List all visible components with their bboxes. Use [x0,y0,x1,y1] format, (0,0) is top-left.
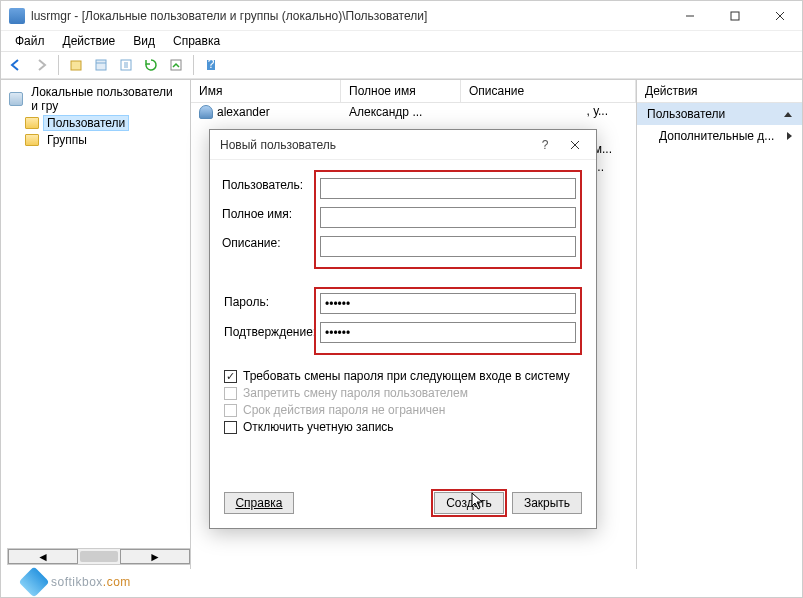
collapse-icon [784,112,792,117]
menu-view[interactable]: Вид [125,32,163,50]
tree-root[interactable]: Локальные пользователи и гру [3,84,188,114]
label-desc: Описание: [222,236,281,250]
checkbox-icon [224,421,237,434]
col-desc[interactable]: Описание [461,80,636,102]
partial-text: , у... [587,104,608,118]
tree-scrollbar[interactable]: ◄ ► [7,548,191,565]
folder-icon [25,117,39,129]
label-password: Пароль: [224,295,269,309]
menu-file[interactable]: Файл [7,32,53,50]
dialog-help-icon[interactable]: ? [530,133,560,157]
input-confirm[interactable] [320,322,576,343]
window-title: lusrmgr - [Локальные пользователи и груп… [31,9,667,23]
actions-more[interactable]: Дополнительные д... [637,125,802,147]
dialog-titlebar: Новый пользователь ? [210,130,596,160]
close-button[interactable]: Закрыть [512,492,582,514]
input-password[interactable] [320,293,576,314]
toolbar: ? [1,51,802,79]
actions-pane: Действия Пользователи Дополнительные д..… [637,80,802,569]
menu-bar: Файл Действие Вид Справка [1,31,802,51]
svg-text:?: ? [208,58,215,71]
create-button[interactable]: Создать [434,492,504,514]
refresh-icon[interactable] [140,54,162,76]
col-name[interactable]: Имя [191,80,341,102]
export-icon[interactable] [115,54,137,76]
chk-cantchange: Запретить смену пароля пользователем [224,386,582,400]
svg-rect-1 [731,12,739,20]
highlight-box-1 [314,170,582,269]
label-fullname: Полное имя: [222,207,292,221]
tree-users[interactable]: Пользователи [3,114,188,132]
minimize-button[interactable] [667,1,712,31]
tree-groups[interactable]: Группы [3,132,188,148]
chk-neverexpire: Срок действия пароля не ограничен [224,403,582,417]
folder-icon [25,134,39,146]
chk-mustchange[interactable]: Требовать смены пароля при следующем вхо… [224,369,582,383]
user-icon [199,105,213,119]
checkbox-icon [224,370,237,383]
scroll-thumb[interactable] [80,551,118,562]
list-header: Имя Полное имя Описание [191,80,636,103]
scroll-left-icon[interactable]: ◄ [8,549,78,564]
actions-section[interactable]: Пользователи [637,103,802,125]
computer-icon [9,92,23,106]
dialog-close-icon[interactable] [560,133,590,157]
svg-rect-5 [96,60,106,70]
new-user-dialog: Новый пользователь ? Пользователь: Полно… [209,129,597,529]
scroll-right-icon[interactable]: ► [120,549,190,564]
input-desc[interactable] [320,236,576,257]
arrow-right-icon [787,132,792,140]
export-list-icon[interactable] [165,54,187,76]
chk-disabled[interactable]: Отключить учетную запись [224,420,582,434]
new-icon[interactable] [65,54,87,76]
svg-rect-4 [71,61,81,70]
label-confirm: Подтверждение: [224,325,316,339]
app-icon [9,8,25,24]
tree-pane: Локальные пользователи и гру Пользовател… [1,80,191,569]
dialog-title: Новый пользователь [220,138,530,152]
watermark-logo-icon [18,566,49,597]
col-fullname[interactable]: Полное имя [341,80,461,102]
properties-icon[interactable] [90,54,112,76]
actions-header: Действия [637,80,802,103]
back-icon[interactable] [5,54,27,76]
input-fullname[interactable] [320,207,576,228]
checkbox-icon [224,387,237,400]
list-row[interactable]: alexander Александр ... [191,103,636,121]
highlight-box-2 [314,287,582,355]
checkbox-icon [224,404,237,417]
label-user: Пользователь: [222,178,303,192]
watermark: softikbox.com [23,571,131,593]
menu-help[interactable]: Справка [165,32,228,50]
close-button[interactable] [757,1,802,31]
help-icon[interactable]: ? [200,54,222,76]
window-titlebar: lusrmgr - [Локальные пользователи и груп… [1,1,802,31]
maximize-button[interactable] [712,1,757,31]
menu-action[interactable]: Действие [55,32,124,50]
input-user[interactable] [320,178,576,199]
forward-icon[interactable] [30,54,52,76]
help-button[interactable]: Справка [224,492,294,514]
